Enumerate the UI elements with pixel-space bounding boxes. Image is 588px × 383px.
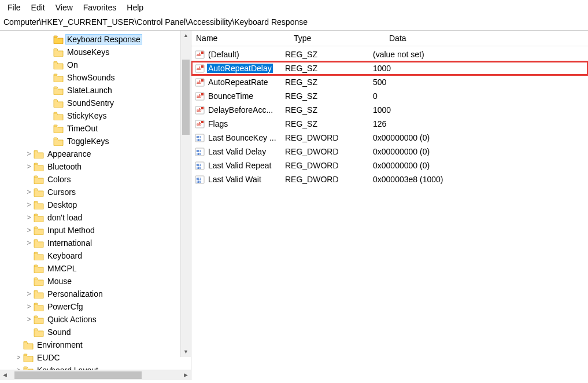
value-row[interactable]: Last Valid DelayREG_DWORD0x00000000 (0) [191,145,588,159]
tree-item[interactable]: SoundSentry [0,97,191,109]
column-type[interactable]: Type [289,31,384,46]
value-row[interactable]: AutoRepeatRateREG_SZ500 [191,75,588,89]
expand-icon[interactable]: > [24,163,34,171]
scroll-right-icon[interactable]: ▶ [181,370,191,380]
string-value-icon [195,119,205,129]
folder-icon [34,175,44,184]
tree-item-label: ShowSounds [66,73,116,82]
value-data: 0x00000000 (0) [371,147,588,156]
scroll-left-icon[interactable]: ◀ [0,370,10,380]
tree-item-label: Keyboard [46,251,83,260]
scroll-up-icon[interactable]: ▲ [181,31,191,40]
folder-icon [34,252,44,260]
menu-view[interactable]: View [50,1,78,14]
address-bar[interactable]: Computer\HKEY_CURRENT_USER\Control Panel… [0,16,588,31]
value-type: REG_DWORD [283,175,371,184]
column-name[interactable]: Name [191,31,289,46]
tree-item[interactable]: MouseKeys [0,46,191,58]
dword-value-icon [195,147,205,157]
tree-item[interactable]: ShowSounds [0,71,191,84]
expand-icon[interactable]: > [24,188,34,196]
tree-item[interactable]: StickyKeys [0,109,191,122]
value-data: 1000 [371,105,588,115]
tree-item[interactable]: >PowerCfg [0,300,191,313]
tree-item[interactable]: On [0,58,191,71]
tree-view[interactable]: Keyboard ResponseMouseKeysOnShowSoundsSl… [0,31,191,370]
value-row[interactable]: (Default)REG_SZ(value not set) [191,47,588,61]
value-type: REG_DWORD [283,133,371,142]
value-row[interactable]: AutoRepeatDelayREG_SZ1000 [191,61,588,75]
tree-item[interactable]: Mouse [0,275,191,288]
menu-favorites[interactable]: Favorites [78,1,122,14]
value-row[interactable]: Last Valid WaitREG_DWORD0x000003e8 (1000… [191,172,588,186]
menu-file[interactable]: File [2,1,26,14]
tree-item[interactable]: >Cursors [0,186,191,198]
tree-item[interactable]: Environment [0,338,191,351]
scroll-down-icon[interactable]: ▼ [181,347,191,357]
value-name: AutoRepeatDelay [207,64,273,73]
value-row[interactable]: BounceTimeREG_SZ0 [191,89,588,103]
value-data: 500 [371,78,588,87]
tree-item-label: don't load [46,213,83,222]
tree-item[interactable]: >Bluetooth [0,160,191,173]
expand-icon[interactable]: > [24,303,34,311]
value-data: 0x000003e8 (1000) [371,175,588,184]
tree-item[interactable]: Keyboard [0,249,191,262]
value-row[interactable]: FlagsREG_SZ126 [191,117,588,131]
tree-item[interactable]: >Appearance [0,148,191,160]
column-data[interactable]: Data [384,31,588,46]
menu-help[interactable]: Help [121,1,149,14]
tree-item[interactable]: Colors [0,173,191,186]
value-type: REG_DWORD [283,147,371,156]
folder-icon [53,73,64,82]
expand-icon[interactable]: > [24,226,34,234]
tree-item[interactable]: >EUDC [0,351,191,364]
value-name: Last BounceKey ... [207,133,278,142]
folder-icon [34,303,44,311]
value-name: Last Valid Repeat [207,161,272,170]
tree-item[interactable]: >Desktop [0,198,191,211]
dword-value-icon [195,133,205,143]
tree-item[interactable]: MMCPL [0,262,191,275]
tree-vscrollbar[interactable]: ▲ ▼ [180,31,191,357]
menu-edit[interactable]: Edit [26,1,50,14]
folder-icon [34,239,44,248]
tree-item[interactable]: SlateLaunch [0,84,191,97]
tree-item[interactable]: TimeOut [0,122,191,135]
value-data: 0x00000000 (0) [371,161,588,170]
tree-item[interactable]: >International [0,237,191,249]
expand-icon[interactable]: > [24,150,34,158]
expand-icon[interactable]: > [24,239,34,247]
value-row[interactable]: DelayBeforeAcc...REG_SZ1000 [191,103,588,117]
tree-item-label: SoundSentry [66,98,115,108]
tree-item-label: Input Method [46,226,96,235]
scroll-thumb[interactable] [14,371,142,379]
expand-icon[interactable]: > [24,315,34,323]
folder-icon [53,61,64,69]
tree-item[interactable]: ToggleKeys [0,135,191,148]
tree-item[interactable]: Sound [0,326,191,338]
expand-icon[interactable]: > [14,353,23,362]
string-value-icon [195,64,205,73]
tree-item[interactable]: >Keyboard Layout [0,364,191,370]
tree-item[interactable]: >Input Method [0,224,191,237]
expand-icon[interactable]: > [24,290,34,298]
value-row[interactable]: Last Valid RepeatREG_DWORD0x00000000 (0) [191,159,588,172]
values-panel: Name Type Data (Default)REG_SZ(value not… [191,31,588,380]
value-type: REG_SZ [283,91,371,101]
folder-icon [53,35,64,44]
tree-item[interactable]: >Quick Actions [0,313,191,326]
value-row[interactable]: Last BounceKey ...REG_DWORD0x00000000 (0… [191,131,588,145]
tree-item[interactable]: >Personalization [0,288,191,300]
expand-icon[interactable]: > [24,201,34,209]
tree-hscrollbar[interactable]: ◀ ▶ [0,370,191,380]
scroll-thumb[interactable] [182,60,190,135]
tree-item[interactable]: >don't load [0,211,191,224]
folder-icon [34,201,44,209]
tree-item-label: Mouse [46,277,73,286]
tree-item-label: MouseKeys [66,47,110,57]
expand-icon[interactable]: > [24,213,34,222]
tree-item[interactable]: Keyboard Response [0,33,191,46]
tree-item-label: Keyboard Response [66,35,142,44]
value-name: Last Valid Delay [207,147,267,156]
